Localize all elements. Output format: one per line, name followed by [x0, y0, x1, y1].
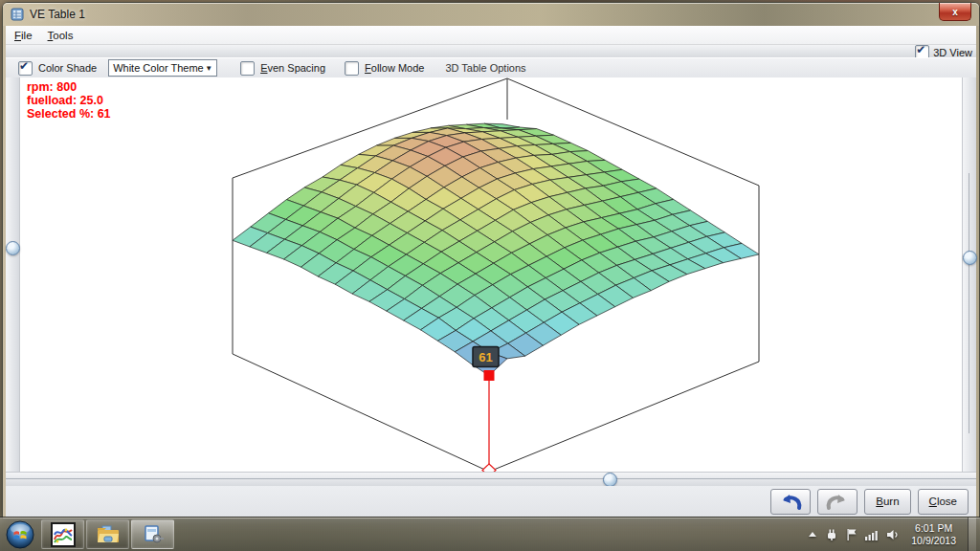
surface-mesh	[233, 123, 759, 375]
check-icon: ✔	[19, 59, 29, 73]
action-center-flag-icon[interactable]	[846, 528, 858, 540]
show-desktop-button[interactable]	[968, 518, 976, 551]
taskbar: 6:01 PM 10/9/2013	[0, 517, 980, 551]
tunerstudio-icon	[51, 522, 76, 547]
3d-view-label: 3D View	[933, 47, 972, 58]
taskbar-app-explorer[interactable]	[86, 519, 129, 549]
ve-table-window: VE Table 1 x File Tools ✔ 3D View ✔ Colo…	[2, 2, 980, 519]
even-spacing-label: Even Spacing	[260, 62, 325, 74]
menu-tools[interactable]: Tools	[48, 30, 74, 41]
folder-icon	[96, 522, 121, 547]
horizontal-rotate-slider[interactable]	[6, 472, 976, 486]
follow-mode-label: Follow Mode	[365, 62, 424, 74]
start-button[interactable]	[6, 520, 34, 549]
taskbar-app-tunerstudio[interactable]	[41, 519, 84, 549]
selection-marker: 61	[473, 346, 499, 476]
tray-date: 10/9/2013	[911, 535, 956, 547]
close-button[interactable]: Close	[918, 489, 969, 515]
button-row: Burn Close	[6, 486, 976, 517]
toolbar: ✔ Color Shade White Color Theme ▼ ✔ Even…	[6, 57, 976, 78]
readout-fuelload: fuelload: 25.0	[27, 94, 111, 107]
color-theme-value: White Color Theme	[113, 62, 204, 74]
speaker-icon[interactable]	[886, 529, 900, 540]
clock[interactable]: 6:01 PM 10/9/2013	[911, 522, 956, 547]
right-slider-track	[969, 173, 969, 433]
app-icon	[11, 8, 24, 21]
undo-icon	[778, 492, 803, 511]
tray-time: 6:01 PM	[911, 522, 956, 535]
window-client-area: File Tools ✔ 3D View ✔ Color Shade White…	[6, 26, 976, 516]
color-shade-checkbox[interactable]: ✔	[18, 61, 33, 76]
title-bar[interactable]: VE Table 1 x	[3, 3, 979, 26]
cell-readout: rpm: 800 fuelload: 25.0 Selected %: 61	[27, 80, 111, 121]
power-plug-icon[interactable]	[825, 528, 838, 540]
color-theme-dropdown[interactable]: White Color Theme ▼	[108, 59, 217, 77]
check-icon: ✔	[916, 43, 925, 56]
app-window-icon	[141, 522, 166, 547]
menu-file[interactable]: File	[14, 30, 33, 41]
menu-bar: File Tools	[6, 26, 976, 45]
left-rotate-slider[interactable]	[6, 77, 20, 472]
svg-text:61: 61	[479, 350, 492, 364]
ve-surface-svg[interactable]: 61	[20, 77, 966, 472]
undo-button[interactable]	[770, 489, 811, 515]
chevron-down-icon: ▼	[205, 64, 212, 73]
close-window-button[interactable]: x	[939, 3, 971, 21]
even-spacing-checkbox[interactable]: ✔	[240, 61, 255, 76]
horizontal-slider-thumb[interactable]	[603, 473, 617, 487]
view-toggle-bar: ✔ 3D View	[6, 45, 976, 57]
network-signal-icon[interactable]	[865, 529, 879, 540]
follow-mode-checkbox[interactable]: ✔	[345, 61, 359, 76]
horizontal-slider-track	[6, 478, 976, 479]
hidden-icons-button[interactable]	[808, 531, 817, 539]
close-icon: x	[952, 7, 958, 17]
redo-icon	[825, 492, 850, 511]
system-tray: 6:01 PM 10/9/2013	[808, 518, 980, 551]
plot-area: 61 rpm: 800 fuelload: 25.0 Selected %: 6…	[6, 77, 976, 472]
readout-rpm: rpm: 800	[27, 80, 111, 94]
burn-button[interactable]: Burn	[864, 489, 910, 515]
color-shade-label: Color Shade	[38, 62, 97, 74]
left-slider-thumb[interactable]	[6, 241, 20, 255]
window-title: VE Table 1	[30, 8, 85, 21]
taskbar-app-settings[interactable]	[131, 519, 174, 549]
redo-button[interactable]	[817, 489, 858, 515]
3d-table-options-button[interactable]: 3D Table Options	[445, 62, 525, 74]
readout-selected: Selected %: 61	[27, 107, 111, 121]
